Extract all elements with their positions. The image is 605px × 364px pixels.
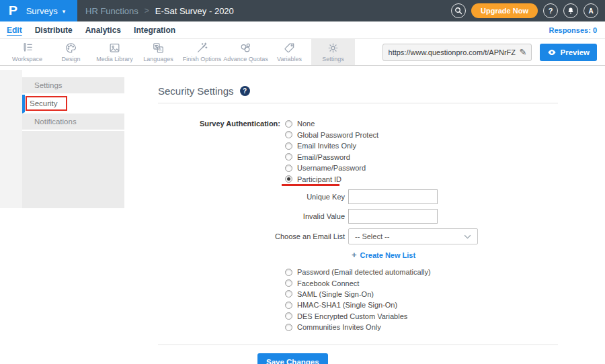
- toolbar-item-variables[interactable]: Variables: [268, 39, 311, 65]
- more-auth-options-group: Password (Email detected automatically) …: [285, 267, 558, 332]
- radio-icon[interactable]: [285, 153, 292, 161]
- radio-icon[interactable]: [285, 165, 292, 172]
- preview-button[interactable]: Preview: [540, 44, 597, 61]
- toolbar-label: Workspace: [12, 56, 42, 62]
- surveys-menu[interactable]: P Surveys ▾: [0, 0, 77, 21]
- avatar[interactable]: A: [583, 3, 598, 18]
- product-menu-label: Surveys: [26, 6, 58, 16]
- survey-url-input[interactable]: [389, 48, 517, 56]
- radio-icon[interactable]: [285, 142, 292, 150]
- divider: [158, 345, 558, 345]
- radio-icon[interactable]: [285, 324, 292, 331]
- radio-label: None: [297, 120, 315, 128]
- radio-label: Username/Password: [297, 164, 366, 172]
- radio-des-encrypted-custom-variables[interactable]: DES Encrypted Custom Variables: [285, 311, 558, 322]
- notifications-button[interactable]: [563, 3, 578, 18]
- topbar: P Surveys ▾ HR Functions > E-Sat Survey …: [0, 0, 605, 21]
- invalid-value-label: Invalid Value: [158, 212, 348, 220]
- tab-integration[interactable]: Integration: [134, 26, 175, 35]
- select-value: -- Select --: [355, 232, 389, 240]
- save-changes-button[interactable]: Save Changes: [257, 353, 328, 364]
- variables-tag-icon: [283, 42, 296, 54]
- chevron-down-icon: ▾: [63, 8, 66, 15]
- toolbar-item-settings[interactable]: Settings: [311, 39, 355, 65]
- toolbar-item-design[interactable]: Design: [49, 39, 93, 65]
- breadcrumb-separator: >: [145, 6, 149, 15]
- radio-participant-id[interactable]: Participant ID: [285, 174, 378, 185]
- radio-icon[interactable]: [285, 279, 292, 287]
- tab-analytics[interactable]: Analytics: [85, 26, 121, 35]
- toolbar-item-finish-options[interactable]: Finish Options: [180, 39, 224, 65]
- toolbar-item-media-library[interactable]: Media Library: [93, 39, 136, 65]
- upgrade-now-button[interactable]: Upgrade Now: [471, 3, 538, 18]
- languages-icon: A: [152, 42, 165, 54]
- help-button[interactable]: ?: [543, 3, 558, 18]
- survey-url-box[interactable]: ✎: [382, 44, 532, 61]
- tab-distribute[interactable]: Distribute: [35, 26, 73, 35]
- choose-email-list-label: Choose an Email List: [158, 232, 348, 240]
- media-library-icon: [108, 42, 121, 54]
- workspace-icon: [21, 42, 34, 54]
- sidebar-item-security[interactable]: Security: [22, 95, 124, 113]
- bell-icon: [567, 7, 575, 15]
- radio-icon[interactable]: [285, 131, 292, 138]
- radio-label: Facebook Connect: [297, 279, 359, 287]
- radio-label: Email Invites Only: [297, 142, 356, 150]
- email-list-select[interactable]: -- Select --: [348, 228, 478, 244]
- radio-selected-icon[interactable]: [285, 175, 292, 183]
- radio-label: Email/Password: [297, 153, 350, 161]
- radio-email-invites-only[interactable]: Email Invites Only: [285, 140, 378, 152]
- breadcrumb-survey-name: E-Sat Survey - 2020: [155, 6, 234, 16]
- radio-username-password[interactable]: Username/Password: [285, 163, 378, 174]
- toolbar-label: Advance Quotas: [223, 56, 268, 62]
- sidebar-item-notifications[interactable]: Notifications: [22, 113, 124, 131]
- radio-communities-invites-only[interactable]: Communities Invites Only: [285, 322, 558, 332]
- sidebar-margin-strip: [0, 70, 22, 208]
- unique-key-label: Unique Key: [158, 193, 348, 201]
- radio-icon[interactable]: [285, 120, 292, 128]
- toolbar-item-languages[interactable]: A Languages: [136, 39, 180, 65]
- radio-label: SAML (Single Sign-On): [297, 290, 374, 298]
- radio-label: Global Password Protect: [297, 131, 378, 139]
- toolbar-label: Variables: [277, 56, 302, 62]
- radio-label: HMAC-SHA1 (Single Sign-On): [297, 301, 397, 309]
- toolbar-item-advance-quotas[interactable]: Advance Quotas: [224, 39, 268, 65]
- breadcrumb: HR Functions > E-Sat Survey - 2020: [85, 6, 234, 16]
- toolbar-right: ✎ Preview: [382, 39, 605, 65]
- sidebar-item-label: Security: [30, 99, 58, 107]
- radio-icon[interactable]: [285, 269, 292, 276]
- settings-gear-icon: [327, 42, 339, 54]
- svg-text:A: A: [159, 48, 161, 52]
- edit-url-pencil-icon[interactable]: ✎: [520, 47, 527, 57]
- toolbar-item-workspace[interactable]: Workspace: [5, 39, 49, 65]
- radio-global-password-protect[interactable]: Global Password Protect: [285, 130, 378, 141]
- responses-count[interactable]: Responses: 0: [549, 26, 605, 34]
- invalid-value-input[interactable]: [348, 209, 438, 224]
- sidebar-item-settings[interactable]: Settings: [22, 77, 124, 95]
- radio-none[interactable]: None: [285, 118, 378, 130]
- plus-icon: +: [352, 250, 357, 260]
- advance-quotas-chain-icon: [239, 42, 252, 54]
- unique-key-input[interactable]: [348, 189, 438, 204]
- radio-icon[interactable]: [285, 290, 292, 298]
- radio-facebook-connect[interactable]: Facebook Connect: [285, 277, 558, 288]
- help-question-icon[interactable]: ?: [240, 86, 250, 96]
- toolbar-label: Settings: [322, 56, 344, 62]
- radio-email-password[interactable]: Email/Password: [285, 152, 378, 163]
- radio-label: Participant ID: [297, 175, 341, 183]
- toolbar-label: Languages: [143, 56, 173, 62]
- radio-hmac-sha1-sso[interactable]: HMAC-SHA1 (Single Sign-On): [285, 300, 558, 310]
- search-button[interactable]: [451, 3, 466, 18]
- topbar-actions: Upgrade Now ? A: [451, 3, 605, 18]
- radio-icon[interactable]: [285, 312, 292, 320]
- tab-edit[interactable]: Edit: [7, 26, 22, 35]
- radio-saml-sso[interactable]: SAML (Single Sign-On): [285, 289, 558, 300]
- security-settings-panel: Security Settings ? Survey Authenticatio…: [158, 71, 558, 364]
- page-title: Security Settings: [158, 85, 234, 97]
- radio-icon[interactable]: [285, 302, 292, 309]
- toolbar-label: Design: [61, 56, 80, 62]
- create-new-list-link[interactable]: + Create New List: [352, 250, 558, 260]
- radio-password-email-detected[interactable]: Password (Email detected automatically): [285, 267, 558, 277]
- breadcrumb-folder[interactable]: HR Functions: [85, 6, 138, 16]
- eye-icon: [547, 49, 557, 56]
